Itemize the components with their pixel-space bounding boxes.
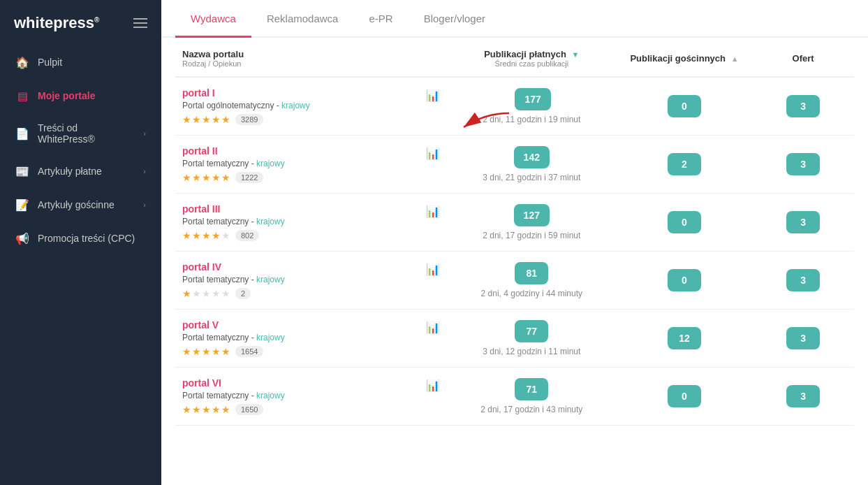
pub-platnych-badge: 71 (515, 378, 548, 400)
logo-press: press (53, 14, 94, 31)
table-row: portal II Portal tematyczny - krajowy ★★… (175, 136, 854, 194)
logo-reg: ® (94, 15, 99, 23)
ofert-badge: 3 (786, 95, 820, 117)
portal-type: Portal tematyczny - krajowy (182, 333, 285, 342)
arrow-annotation (457, 110, 513, 138)
stars-row: ★★★★★ 3289 (182, 114, 310, 125)
pub-platnych-cell: 127 2 dni, 17 godzin i 59 minut (447, 194, 617, 252)
tresci-icon: 📄 (15, 126, 29, 140)
table-row: portal III Portal tematyczny - krajowy ★… (175, 194, 854, 252)
pub-platnych-cell: 81 2 dni, 4 godziny i 44 minuty (447, 252, 617, 310)
ofert-cell: 3 (752, 310, 854, 368)
col-pub-platnych: Publikacji płatnych ▼ Średni czas publik… (447, 38, 617, 77)
chevron-right-icon: › (143, 201, 146, 209)
sidebar-item-pulpit[interactable]: 🏠 Pulpit (0, 45, 161, 79)
tab-reklamodawca[interactable]: Reklamodawca (251, 0, 354, 38)
pub-goscinnych-cell: 12 (617, 310, 752, 368)
pub-goscinnych-badge: 2 (668, 153, 701, 175)
sidebar-item-promocja[interactable]: 📢 Promocja treści (CPC) (0, 222, 161, 255)
chevron-right-icon: › (143, 129, 146, 138)
pub-goscinnych-badge: 0 (668, 211, 701, 233)
sidebar-item-label: Moje portale (38, 90, 95, 101)
pub-platnych-badge: 81 (515, 262, 548, 284)
ofert-cell: 3 (752, 136, 854, 194)
sidebar-item-artykuly-platne[interactable]: 📰 Artykuły płatne › (0, 154, 161, 188)
portal-name-link[interactable]: portal V (182, 319, 219, 331)
portal-type: Portal ogólnotematyczny - krajowy (182, 101, 310, 110)
review-count: 2 (235, 288, 251, 299)
logo-white: white (14, 14, 53, 31)
portal-name-link[interactable]: portal III (182, 203, 220, 215)
stats-bar-icon[interactable]: 📊 (426, 263, 440, 276)
pub-platnych-cell: 177 2 dni, 11 godzin i 19 minut (447, 77, 617, 136)
logo-area: whitepress® (0, 0, 161, 45)
stats-bar-icon[interactable]: 📊 (426, 379, 440, 392)
portal-type: Portal tematyczny - krajowy (182, 217, 285, 226)
pub-platnych-cell: 77 3 dni, 12 godzin i 11 minut (447, 310, 617, 368)
pub-platnych-badge: 77 (515, 320, 548, 342)
stats-bar-icon[interactable]: 📊 (426, 205, 440, 218)
table-row: portal VI Portal tematyczny - krajowy ★★… (175, 368, 854, 426)
portal-name-link[interactable]: portal II (182, 145, 218, 157)
review-count: 1650 (235, 404, 263, 415)
sort-pub-platnych-icon[interactable]: ▼ (572, 50, 580, 59)
review-count: 1222 (235, 172, 263, 183)
sidebar-item-moje-portale[interactable]: ▤ Moje portale (0, 79, 161, 113)
tab-e-pr[interactable]: e-PR (353, 0, 408, 38)
goscinne-icon: 📝 (15, 198, 29, 212)
ofert-badge: 3 (786, 269, 820, 291)
sidebar-item-artykuly-goscinne[interactable]: 📝 Artykuły gościnne › (0, 188, 161, 222)
pub-goscinnych-badge: 12 (668, 327, 701, 349)
tab-bloger[interactable]: Bloger/vloger (409, 0, 501, 38)
pub-goscinnych-badge: 0 (668, 385, 701, 407)
portal-name-link[interactable]: portal VI (182, 377, 221, 389)
pub-goscinnych-cell: 0 (617, 252, 752, 310)
tab-bar: Wydawca Reklamodawca e-PR Bloger/vloger (161, 0, 868, 38)
portal-name-link[interactable]: portal I (182, 87, 215, 99)
stars-row: ★★★★★ 2 (182, 288, 285, 299)
portal-type: Portal tematyczny - krajowy (182, 159, 285, 168)
table-row: portal V Portal tematyczny - krajowy ★★★… (175, 310, 854, 368)
sort-pub-goscinnych-icon[interactable]: ▲ (731, 55, 739, 63)
sidebar-item-label: Promocja treści (CPC) (38, 233, 135, 244)
pub-time: 2 dni, 17 godzin i 59 minut (454, 231, 610, 240)
stars-row: ★★★★★ 802 (182, 230, 285, 241)
logo: whitepress® (14, 14, 99, 32)
ofert-badge: 3 (786, 211, 820, 233)
review-count: 3289 (235, 114, 263, 125)
portal-type: Portal tematyczny - krajowy (182, 391, 285, 400)
chevron-right-icon: › (143, 167, 146, 175)
table-area: Nazwa portalu Rodzaj / Opiekun Publikacj… (161, 38, 868, 485)
pub-platnych-badge: 142 (514, 146, 550, 168)
sidebar-item-label: Pulpit (38, 57, 62, 68)
review-count: 1654 (235, 346, 263, 357)
stars-row: ★★★★★ 1650 (182, 404, 285, 415)
ofert-cell: 3 (752, 368, 854, 426)
col-nazwa: Nazwa portalu Rodzaj / Opiekun (175, 38, 447, 77)
pub-goscinnych-cell: 0 (617, 77, 752, 136)
tab-wydawca[interactable]: Wydawca (175, 0, 251, 38)
portal-name-link[interactable]: portal IV (182, 261, 221, 273)
sidebar-item-tresci[interactable]: 📄 Treści od WhitePress® › (0, 113, 161, 154)
stats-bar-icon[interactable]: 📊 (426, 89, 440, 102)
hamburger-menu[interactable] (133, 18, 147, 28)
sidebar-item-label: Artykuły gościnne (38, 199, 115, 210)
stars-row: ★★★★★ 1654 (182, 346, 285, 357)
table-row: portal I Portal ogólnotematyczny - krajo… (175, 77, 854, 136)
pub-goscinnych-badge: 0 (668, 95, 701, 117)
stats-bar-icon[interactable]: 📊 (426, 321, 440, 334)
home-icon: 🏠 (15, 55, 29, 69)
stats-bar-icon[interactable]: 📊 (426, 147, 440, 160)
ofert-cell: 3 (752, 77, 854, 136)
promocja-icon: 📢 (15, 231, 29, 245)
main-content: Wydawca Reklamodawca e-PR Bloger/vloger … (161, 0, 868, 485)
ofert-cell: 3 (752, 194, 854, 252)
sidebar: whitepress® 🏠 Pulpit ▤ Moje portale 📄 Tr… (0, 0, 161, 485)
pub-goscinnych-cell: 2 (617, 136, 752, 194)
col-pub-goscinnych: Publikacji gościnnych ▲ (617, 38, 752, 77)
sidebar-item-label: Artykuły płatne (38, 166, 102, 177)
ofert-badge: 3 (786, 327, 820, 349)
ofert-cell: 3 (752, 252, 854, 310)
portale-icon: ▤ (15, 89, 29, 103)
sidebar-item-label: Treści od WhitePress® (38, 122, 135, 145)
